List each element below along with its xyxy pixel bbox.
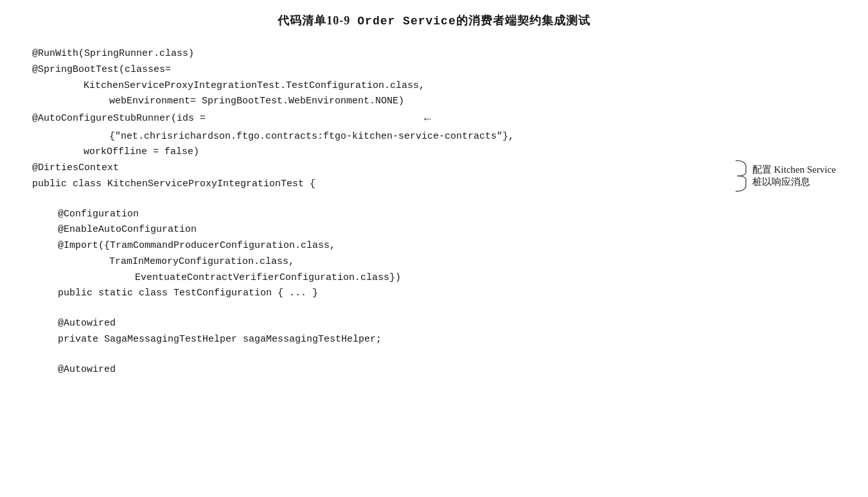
code-line-5: @AutoConfigureStubRunner(ids = ← bbox=[32, 110, 836, 129]
inner-line-1: @Configuration bbox=[32, 207, 836, 223]
title-suffix: 的消费者端契约集成测试 bbox=[456, 14, 590, 27]
code-line-4: webEnvironment= SpringBootTest.WebEnviro… bbox=[32, 94, 836, 110]
blank-line-1 bbox=[32, 193, 836, 207]
annotated-block: @DirtiesContext public class KitchenServ… bbox=[32, 161, 836, 193]
code-line-6: {"net.chrisrichardson.ftgo.contracts:ftg… bbox=[32, 129, 836, 145]
autowired-line-2: private SagaMessagingTestHelper sagaMess… bbox=[32, 332, 836, 348]
inner-line-3: @Import({TramCommandProducerConfiguratio… bbox=[32, 238, 836, 254]
title-code: Order Service bbox=[357, 15, 456, 28]
title-prefix: 代码清单10-9 bbox=[278, 14, 350, 27]
code-lines-with-bracket: @DirtiesContext public class KitchenServ… bbox=[32, 161, 836, 193]
code-line-5-text: @AutoConfigureStubRunner(ids = bbox=[32, 111, 206, 127]
inner-line-6: public static class TestConfiguration { … bbox=[32, 286, 836, 302]
annotation-line1: 配置 Kitchen Service bbox=[752, 164, 836, 176]
inner-line-2: @EnableAutoConfiguration bbox=[32, 222, 836, 238]
code-line-1: @RunWith(SpringRunner.class) bbox=[32, 46, 836, 62]
autowired-line-1: @Autowired bbox=[32, 316, 836, 332]
final-line-1: @Autowired bbox=[32, 362, 836, 378]
code-line-8: @DirtiesContext bbox=[32, 161, 836, 177]
code-line-9: public class KitchenServiceProxyIntegrat… bbox=[32, 177, 836, 193]
inner-line-4: TramInMemoryConfiguration.class, bbox=[32, 254, 836, 270]
code-line-7: workOffline = false) bbox=[32, 144, 836, 161]
arrow-icon: ← bbox=[424, 110, 431, 129]
page-container: 代码清单10-9 Order Service的消费者端契约集成测试 @RunWi… bbox=[19, 13, 849, 384]
code-line-2: @SpringBootTest(classes= bbox=[32, 62, 836, 78]
inner-line-5: EventuateContractVerifierConfiguration.c… bbox=[32, 270, 836, 286]
code-section-main: @RunWith(SpringRunner.class) @SpringBoot… bbox=[32, 46, 836, 378]
annotation-text: 配置 Kitchen Service 桩以响应消息 bbox=[752, 164, 836, 188]
page-title: 代码清单10-9 Order Service的消费者端契约集成测试 bbox=[19, 13, 849, 28]
bracket-annotation: 配置 Kitchen Service 桩以响应消息 bbox=[734, 159, 836, 193]
curly-brace-svg bbox=[734, 159, 748, 193]
code-line-3: KitchenServiceProxyIntegrationTest.TestC… bbox=[32, 78, 836, 94]
code-container: @RunWith(SpringRunner.class) @SpringBoot… bbox=[19, 40, 849, 384]
annotation-line2: 桩以响应消息 bbox=[752, 176, 836, 188]
blank-line-3 bbox=[32, 348, 836, 362]
blank-line-2 bbox=[32, 302, 836, 316]
